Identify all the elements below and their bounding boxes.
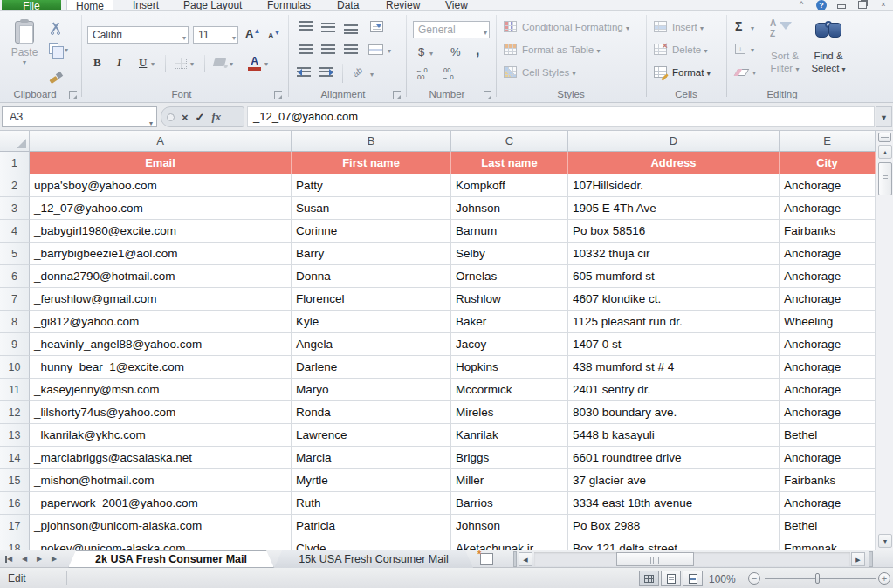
font-size-combo[interactable]: 11 ▾	[193, 26, 238, 44]
cell-A3[interactable]: _12_07@yahoo.com	[30, 197, 292, 220]
clipboard-dialog-launcher-icon[interactable]	[69, 91, 77, 99]
accounting-caret-icon[interactable]: ▾	[429, 50, 433, 58]
help-icon[interactable]: ?	[816, 0, 827, 10]
autosum-icon[interactable]: Σ	[735, 19, 742, 33]
cell-E5[interactable]: Anchorage	[780, 243, 876, 265]
prev-sheet-icon[interactable]: ◀	[17, 552, 31, 566]
number-format-combo[interactable]: General ▾	[413, 21, 490, 38]
format-painter-icon[interactable]	[50, 72, 62, 84]
cell-D17[interactable]: Po Box 2988	[568, 515, 780, 537]
row-header-7[interactable]: 7	[0, 288, 30, 311]
cell-C17[interactable]: Johnson	[451, 515, 568, 537]
cell-B17[interactable]: Patricia	[292, 515, 451, 537]
formula-input[interactable]: _12_07@yahoo.com	[247, 106, 875, 127]
cell-C16[interactable]: Barrios	[451, 492, 568, 515]
cell-D5[interactable]: 10332 thuja cir	[568, 243, 780, 265]
scroll-down-icon[interactable]: ▼	[878, 534, 892, 548]
tab-view[interactable]: View	[436, 0, 477, 11]
cell-B18[interactable]: Clyde	[292, 537, 451, 550]
table-header-cell-email[interactable]: Email	[30, 152, 292, 174]
cell-E17[interactable]: Bethel	[780, 515, 876, 537]
cell-A13[interactable]: _lkanrilak@ykhc.com	[30, 424, 292, 447]
increase-indent-icon[interactable]	[319, 67, 333, 77]
tab-splitter[interactable]	[513, 551, 517, 567]
vertical-scrollbar[interactable]: ▲ ▼	[876, 131, 893, 550]
font-family-caret-icon[interactable]: ▾	[182, 31, 186, 46]
table-header-cell-first-name[interactable]: First name	[292, 152, 451, 174]
cell-A8[interactable]: _gi812@yahoo.com	[30, 311, 292, 333]
number-dialog-launcher-icon[interactable]	[484, 91, 491, 99]
horizontal-scroll-thumb[interactable]	[616, 552, 694, 566]
cell-E11[interactable]: Anchorage	[780, 379, 876, 401]
first-sheet-icon[interactable]: ◀	[3, 552, 17, 566]
tab-review[interactable]: Review	[377, 0, 429, 11]
cell-C5[interactable]: Selby	[451, 243, 568, 265]
cell-A6[interactable]: _donna2790@hotmail.com	[30, 265, 292, 288]
accounting-format-icon[interactable]: $	[418, 45, 424, 58]
table-header-cell-city[interactable]: City	[780, 152, 876, 174]
row-header-12[interactable]: 12	[0, 401, 30, 424]
orientation-caret-icon[interactable]: ▾	[370, 71, 374, 79]
cell-B15[interactable]: Myrtle	[292, 469, 451, 492]
cell-D2[interactable]: 107Hillsidedr.	[568, 174, 780, 197]
cell-A2[interactable]: uppa'sboy@yahoo.com	[30, 174, 292, 197]
cell-A4[interactable]: _babygirl1980@excite.com	[30, 220, 292, 243]
cell-A16[interactable]: _paperwork_2001@yahoo.com	[30, 492, 292, 515]
font-color-icon[interactable]: A	[248, 55, 261, 71]
cell-C7[interactable]: Rushlow	[451, 288, 568, 311]
cell-E16[interactable]: Anchorage	[780, 492, 876, 515]
row-header-3[interactable]: 3	[0, 197, 30, 220]
find-select-label-1[interactable]: Find &	[808, 50, 848, 62]
cell-E13[interactable]: Bethel	[780, 424, 876, 447]
column-header-E[interactable]: E	[780, 131, 876, 152]
cell-B3[interactable]: Susan	[292, 197, 451, 220]
cell-A14[interactable]: _marciabriggs@acsalaska.net	[30, 447, 292, 469]
tab-file[interactable]: File	[2, 0, 61, 11]
cell-A10[interactable]: _hunny_bear_1@excite.com	[30, 356, 292, 379]
format-cells-icon[interactable]	[654, 66, 667, 78]
cell-D6[interactable]: 605 mumford st	[568, 265, 780, 288]
tab-page-layout[interactable]: Page Layout	[175, 0, 251, 11]
insert-cells-icon[interactable]	[654, 21, 667, 32]
confirm-entry-icon[interactable]: ✓	[196, 111, 205, 124]
percent-style-icon[interactable]: %	[450, 45, 461, 58]
hscroll-right-icon[interactable]: ▶	[851, 552, 865, 566]
cell-A11[interactable]: _kaseyjenny@msn.com	[30, 379, 292, 401]
copy-caret-icon[interactable]: ▾	[65, 46, 68, 54]
row-header-5[interactable]: 5	[0, 243, 30, 265]
cancel-entry-icon[interactable]: ×	[182, 111, 189, 124]
cell-B10[interactable]: Darlene	[292, 356, 451, 379]
cell-D16[interactable]: 3334 east 18th avenue	[568, 492, 780, 515]
cell-B4[interactable]: Corinne	[292, 220, 451, 243]
decrease-indent-icon[interactable]	[297, 67, 311, 77]
cell-D14[interactable]: 6601 roundtree drive	[568, 447, 780, 469]
cell-C14[interactable]: Briggs	[451, 447, 568, 469]
italic-button[interactable]: I	[117, 56, 121, 70]
row-header-18[interactable]: 18	[0, 537, 30, 550]
align-right-icon[interactable]	[344, 44, 358, 54]
column-header-D[interactable]: D	[568, 131, 780, 152]
copy-icon[interactable]	[49, 43, 58, 54]
cell-E18[interactable]: Emmonak	[780, 537, 876, 550]
cell-E4[interactable]: Fairbanks	[780, 220, 876, 243]
restore-window-icon[interactable]	[856, 0, 869, 9]
cut-icon[interactable]	[49, 22, 62, 35]
expand-formula-bar-icon[interactable]: ▼	[876, 106, 892, 127]
cell-C13[interactable]: Kanrilak	[451, 424, 568, 447]
split-handle[interactable]	[878, 133, 891, 142]
page-break-view-button[interactable]	[683, 571, 703, 586]
cell-D9[interactable]: 1407 0 st	[568, 333, 780, 356]
tab-formulas[interactable]: Formulas	[258, 0, 319, 11]
cell-styles-icon[interactable]	[504, 66, 517, 78]
font-dialog-launcher-icon[interactable]	[274, 91, 282, 99]
table-header-cell-address[interactable]: Address	[568, 152, 780, 174]
top-align-icon[interactable]	[299, 21, 313, 31]
cell-B12[interactable]: Ronda	[292, 401, 451, 424]
comma-style-icon[interactable]: ,	[476, 43, 479, 58]
sheet-tab-inactive[interactable]: 15k USA Fresh Consumer Mail	[274, 550, 473, 568]
table-header-cell-last-name[interactable]: Last name	[451, 152, 568, 174]
underline-caret-icon[interactable]: ▾	[151, 60, 155, 68]
vertical-scroll-thumb[interactable]	[878, 162, 892, 195]
middle-align-icon[interactable]	[321, 23, 335, 32]
tab-data[interactable]: Data	[328, 0, 368, 11]
